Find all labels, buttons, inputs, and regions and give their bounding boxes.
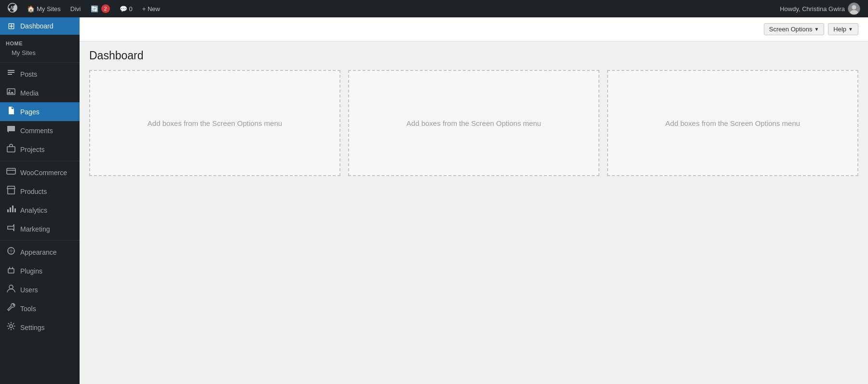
comments-count: 0: [129, 5, 133, 13]
admin-bar: 🏠 My Sites Divi 🔄 2 💬 0 + New Howdy, Chr…: [0, 0, 868, 17]
user-menu[interactable]: Howdy, Christina Gwira: [776, 0, 864, 17]
main-content: Dashboard Add boxes from the Screen Opti…: [80, 41, 868, 384]
sidebar-home-label: Home: [0, 39, 80, 47]
dashboard-icon: ⊞: [6, 21, 16, 31]
sidebar-products-label: Products: [20, 188, 47, 195]
sidebar-home-section: Home My Sites: [0, 35, 80, 60]
sidebar-item-plugins[interactable]: Plugins: [0, 261, 80, 280]
howdy-text: Howdy, Christina Gwira: [780, 5, 845, 13]
user-avatar: [848, 2, 860, 15]
sidebar-analytics-label: Analytics: [20, 206, 47, 214]
dashboard-col-3: Add boxes from the Screen Options menu: [607, 70, 858, 176]
posts-icon: [6, 68, 16, 80]
sidebar-item-pages-wrapper: Pages Pages All Pages Add New 1: [0, 102, 80, 121]
svg-point-11: [8, 247, 14, 254]
sidebar-item-tools[interactable]: Tools: [0, 299, 80, 318]
tools-icon: [6, 302, 16, 315]
page-toolbar: Screen Options ▼ Help ▼: [80, 17, 868, 41]
screen-options-button[interactable]: Screen Options ▼: [764, 23, 825, 35]
sidebar-item-pages[interactable]: Pages: [0, 102, 80, 121]
dashboard-box-3: Add boxes from the Screen Options menu: [607, 70, 858, 176]
new-content-menu[interactable]: + New: [138, 0, 164, 17]
sidebar-settings-label: Settings: [20, 324, 45, 331]
marketing-icon: [6, 223, 16, 235]
svg-rect-8: [10, 207, 11, 212]
pages-icon: [6, 106, 16, 118]
svg-rect-12: [8, 269, 14, 273]
svg-rect-6: [7, 168, 15, 174]
sidebar: ⊞ Dashboard Home My Sites Posts Media: [0, 17, 80, 384]
new-content-label: + New: [142, 5, 160, 13]
sidebar-divider-2: [0, 161, 80, 161]
divi-menu[interactable]: Divi: [67, 0, 85, 17]
sidebar-projects-label: Projects: [20, 146, 45, 153]
sidebar-woocommerce-label: WooCommerce: [20, 169, 67, 177]
sidebar-users-label: Users: [20, 286, 38, 294]
analytics-icon: [6, 204, 16, 216]
my-sites-menu[interactable]: 🏠 My Sites: [23, 0, 65, 17]
sidebar-my-sites-link[interactable]: My Sites: [0, 47, 80, 58]
sidebar-plugins-label: Plugins: [20, 267, 42, 275]
my-sites-icon: 🏠: [27, 5, 35, 13]
products-icon: [6, 185, 16, 197]
sidebar-posts-label: Posts: [20, 70, 37, 78]
dashboard-col-2: Add boxes from the Screen Options menu: [348, 70, 599, 176]
help-caret: ▼: [848, 27, 853, 32]
sidebar-comments-label: Comments: [20, 127, 53, 135]
dashboard-box-2: Add boxes from the Screen Options menu: [348, 70, 599, 176]
sidebar-item-projects[interactable]: Projects: [0, 140, 80, 159]
woocommerce-icon: [6, 166, 16, 178]
wp-logo-menu[interactable]: [4, 0, 21, 17]
wp-logo-icon: [8, 3, 17, 15]
sidebar-item-posts[interactable]: Posts: [0, 65, 80, 83]
sidebar-item-appearance[interactable]: Appearance: [0, 243, 80, 261]
svg-rect-9: [12, 206, 14, 212]
sidebar-marketing-label: Marketing: [20, 225, 50, 233]
my-sites-label: My Sites: [37, 5, 61, 13]
dashboard-col-1: Add boxes from the Screen Options menu: [89, 70, 340, 176]
sidebar-item-analytics[interactable]: Analytics: [0, 201, 80, 219]
plugins-icon: [6, 265, 16, 277]
sidebar-tools-label: Tools: [20, 305, 36, 313]
dashboard-widgets-area: Add boxes from the Screen Options menu A…: [89, 70, 858, 176]
dashboard-box-1: Add boxes from the Screen Options menu: [89, 70, 340, 176]
divi-label: Divi: [70, 5, 81, 13]
sidebar-divider-3: [0, 240, 80, 241]
sidebar-pages-label: Pages: [20, 108, 40, 116]
projects-icon: [6, 143, 16, 155]
comments-nav-icon: [6, 124, 16, 137]
sidebar-item-woocommerce[interactable]: WooCommerce: [0, 163, 80, 182]
sidebar-item-dashboard[interactable]: ⊞ Dashboard: [0, 17, 80, 35]
sidebar-item-media[interactable]: Media: [0, 83, 80, 102]
help-button[interactable]: Help ▼: [828, 23, 858, 35]
updates-count: 2: [101, 4, 110, 13]
sidebar-item-marketing[interactable]: Marketing: [0, 219, 80, 238]
comments-menu[interactable]: 💬 0: [116, 0, 136, 17]
svg-rect-7: [7, 209, 9, 212]
svg-rect-3: [7, 89, 15, 95]
svg-point-1: [852, 5, 856, 10]
sidebar-divider-1: [0, 62, 80, 63]
sidebar-item-comments[interactable]: Comments: [0, 121, 80, 140]
sidebar-media-label: Media: [20, 89, 39, 97]
media-icon: [6, 87, 16, 99]
page-title: Dashboard: [89, 49, 858, 62]
sidebar-appearance-label: Appearance: [20, 248, 57, 256]
dashboard-box-3-text: Add boxes from the Screen Options menu: [665, 119, 800, 127]
svg-point-13: [9, 285, 13, 289]
dashboard-box-1-text: Add boxes from the Screen Options menu: [148, 119, 282, 127]
sidebar-item-users[interactable]: Users: [0, 280, 80, 299]
updates-icon: 🔄: [91, 5, 98, 13]
dashboard-box-2-text: Add boxes from the Screen Options menu: [407, 119, 541, 127]
settings-icon: [6, 321, 16, 333]
users-icon: [6, 284, 16, 296]
svg-point-14: [10, 325, 13, 328]
sidebar-item-settings[interactable]: Settings: [0, 318, 80, 337]
screen-options-label: Screen Options: [769, 26, 813, 33]
sidebar-item-products[interactable]: Products: [0, 182, 80, 201]
updates-menu[interactable]: 🔄 2: [87, 0, 114, 17]
svg-rect-10: [14, 208, 16, 212]
appearance-icon: [6, 246, 16, 258]
help-label: Help: [833, 26, 846, 33]
svg-rect-5: [7, 147, 15, 152]
